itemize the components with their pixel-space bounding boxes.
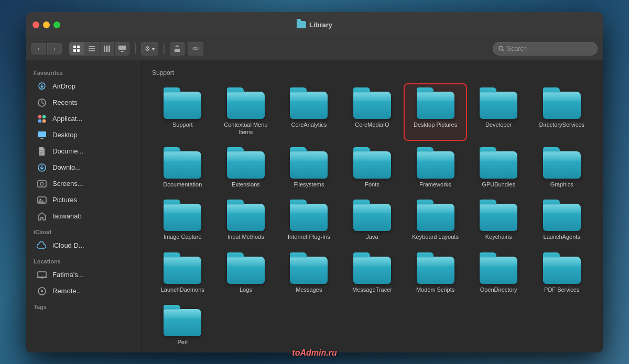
chevron-down-icon: ▾ xyxy=(152,46,155,52)
svg-rect-9 xyxy=(109,46,110,52)
sidebar-item-label: Applicat... xyxy=(52,115,82,123)
folder-icon xyxy=(164,201,201,231)
svg-rect-10 xyxy=(118,46,126,50)
svg-rect-6 xyxy=(89,50,95,51)
link-button[interactable] xyxy=(188,42,203,56)
titlebar-center: Library xyxy=(297,21,332,29)
sidebar-item-recents[interactable]: Recents xyxy=(29,95,138,111)
forward-button[interactable]: › xyxy=(47,43,62,54)
folder-label: Filesystems xyxy=(294,181,324,188)
sidebar-item-documents[interactable]: Docume... xyxy=(29,144,138,159)
sidebar-item-desktop[interactable]: Desktop xyxy=(29,127,138,143)
folder-item-perl[interactable]: Perl xyxy=(152,302,213,350)
folder-item-coremediaio[interactable]: CoreMediaIO xyxy=(342,84,403,140)
close-button[interactable] xyxy=(32,21,39,28)
downloads-icon xyxy=(37,162,47,173)
folder-item-messagetracer[interactable]: MessageTracer xyxy=(342,249,403,297)
sidebar-item-airdrop[interactable]: AirDrop xyxy=(29,79,138,94)
sidebar-item-label: Downlo... xyxy=(52,163,81,171)
svg-rect-13 xyxy=(196,47,199,50)
sidebar-item-icloud[interactable]: iCloud D... xyxy=(29,238,138,253)
folder-item-pdf-services[interactable]: PDF Services xyxy=(531,249,592,297)
folder-item-keychains[interactable]: Keychains xyxy=(468,196,529,245)
airdrop-icon xyxy=(37,81,47,92)
column-view-button[interactable] xyxy=(100,42,114,56)
folder-label: Logs xyxy=(240,286,252,293)
folder-item-coreanalytics[interactable]: CoreAnalytics xyxy=(278,84,340,140)
folder-item-image-capture[interactable]: Image Capture xyxy=(152,196,213,245)
apps-icon xyxy=(37,114,47,124)
folder-item-contextual-menu-items[interactable]: Contextual Menu Items xyxy=(215,84,277,140)
disk-icon xyxy=(37,286,47,296)
folder-item-modem-scripts[interactable]: Modem Scripts xyxy=(405,249,466,297)
folder-item-documentation[interactable]: Documentation xyxy=(152,144,213,192)
folder-grid: SupportContextual Menu ItemsCoreAnalytic… xyxy=(152,84,592,352)
folder-item-input-methods[interactable]: Input Methods xyxy=(215,196,277,245)
file-area: Support SupportContextual Menu ItemsCore… xyxy=(142,60,603,352)
sidebar-item-label: Docume... xyxy=(52,147,83,155)
gallery-view-button[interactable] xyxy=(115,42,129,56)
folder-item-opendirectory[interactable]: OpenDirectory xyxy=(468,249,529,297)
sidebar-item-label: Recents xyxy=(52,98,78,106)
folder-item-fonts[interactable]: Fonts xyxy=(342,144,403,192)
sidebar-item-label: AirDrop xyxy=(52,82,75,90)
folder-icon xyxy=(164,253,201,284)
main-content: Favourites AirDrop xyxy=(26,60,603,352)
share-button[interactable] xyxy=(170,42,185,56)
favourites-label: Favourites xyxy=(26,65,141,78)
minimize-button[interactable] xyxy=(43,21,50,28)
folder-item-messages[interactable]: Messages xyxy=(278,249,340,297)
folder-item-directoryservices[interactable]: DirectoryServices xyxy=(531,84,592,140)
back-button[interactable]: ‹ xyxy=(31,43,46,54)
gear-icon: ⚙ xyxy=(145,45,150,52)
svg-rect-11 xyxy=(121,51,124,52)
grid-icon xyxy=(73,45,80,52)
folder-item-launchdaemons[interactable]: LaunchDaemons xyxy=(152,249,213,297)
search-box[interactable] xyxy=(493,42,598,56)
folder-label: Keyboard Layouts xyxy=(412,233,459,240)
folder-item-gpubundles[interactable]: GPUBundles xyxy=(468,144,529,192)
folder-item-extensions[interactable]: Extensions xyxy=(215,144,277,192)
sidebar-item-downloads[interactable]: Downlo... xyxy=(29,160,138,175)
icon-view-button[interactable] xyxy=(69,42,84,56)
list-view-button[interactable] xyxy=(84,42,99,56)
folder-item-frameworks[interactable]: Frameworks xyxy=(405,144,466,192)
search-input[interactable] xyxy=(507,45,592,52)
folder-label: Graphics xyxy=(550,181,573,188)
folder-label: LaunchAgents xyxy=(544,233,580,240)
folder-icon xyxy=(290,89,328,119)
icloud-label: iCloud xyxy=(26,225,141,237)
folder-icon xyxy=(227,201,265,231)
folder-item-launchagents[interactable]: LaunchAgents xyxy=(531,196,592,245)
titlebar: Library xyxy=(26,12,603,38)
nav-buttons: ‹ › xyxy=(31,43,62,54)
folder-icon xyxy=(353,148,391,179)
folder-item-graphics[interactable]: Graphics xyxy=(531,144,592,192)
folder-item-filesystems[interactable]: Filesystems xyxy=(278,144,340,192)
folder-item-support[interactable]: Support xyxy=(152,84,213,140)
svg-rect-7 xyxy=(104,46,105,52)
folder-item-keyboard-layouts[interactable]: Keyboard Layouts xyxy=(405,196,466,245)
folder-item-desktop-pictures[interactable]: Desktop Pictures xyxy=(405,84,466,140)
maximize-button[interactable] xyxy=(53,21,60,28)
sidebar-item-applications[interactable]: Applicat... xyxy=(29,111,138,127)
folder-item-logs[interactable]: Logs xyxy=(215,249,277,297)
folder-label: CoreAnalytics xyxy=(291,121,327,128)
folder-item-java[interactable]: Java xyxy=(342,196,403,245)
sidebar-item-pictures[interactable]: Pictures xyxy=(29,192,138,208)
sidebar-item-remote[interactable]: Remote... xyxy=(29,283,138,299)
sidebar-item-fatiwahab[interactable]: fatiwahab xyxy=(29,208,138,224)
columns-icon xyxy=(103,45,111,52)
sidebar-item-screenshots[interactable]: Screens... xyxy=(29,176,138,192)
folder-item-developer[interactable]: Developer xyxy=(468,84,529,140)
folder-icon xyxy=(417,89,454,119)
sidebar-item-fatimas[interactable]: Fatima's... xyxy=(29,267,138,283)
folder-icon xyxy=(543,253,581,284)
action-button[interactable]: ⚙ ▾ xyxy=(141,42,158,56)
toolbar-separator2 xyxy=(164,43,165,54)
svg-point-29 xyxy=(40,182,44,185)
folder-item-internet-plug-ins[interactable]: Internet Plug-Ins xyxy=(278,196,340,245)
svg-rect-18 xyxy=(38,115,41,118)
folder-label: Frameworks xyxy=(419,181,451,188)
folder-icon xyxy=(227,148,265,179)
